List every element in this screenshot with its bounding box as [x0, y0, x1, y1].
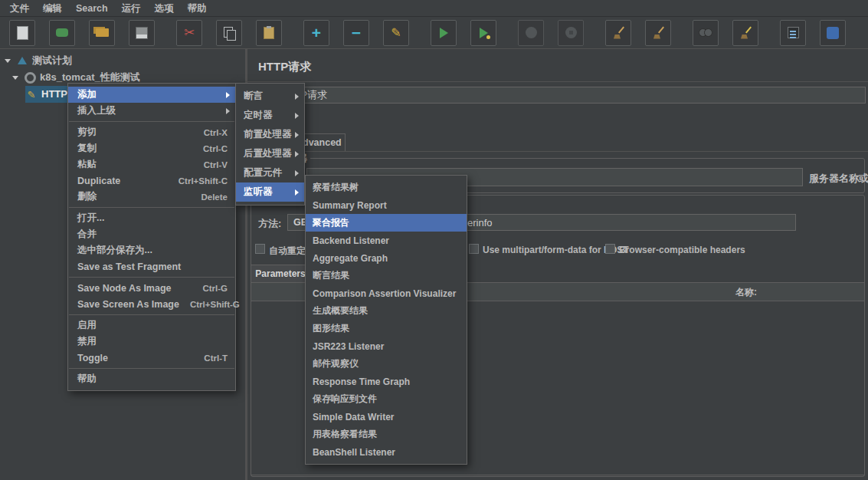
search-button[interactable]	[693, 20, 719, 46]
listener-submenu-item[interactable]: Aggregate Graph	[306, 249, 467, 267]
new-plan-button[interactable]	[9, 20, 35, 46]
question-icon: ?	[821, 21, 845, 45]
context-menu-item[interactable]: Save Screen As Image Ctrl+Shift-G	[68, 296, 235, 312]
play-skip-icon	[471, 21, 496, 45]
listener-submenu-item[interactable]: Summary Report	[306, 196, 467, 214]
context-menu-item[interactable]: 剪切 Ctrl-X	[68, 124, 235, 140]
context-menu-item[interactable]: 复制 Ctrl-C	[68, 140, 235, 156]
start-button[interactable]	[431, 20, 457, 46]
remove-button[interactable]: −	[343, 20, 369, 46]
collapse-arrow-icon[interactable]	[12, 76, 18, 80]
add-submenu-item[interactable]: 定时器	[236, 106, 304, 125]
function-helper-button[interactable]	[780, 20, 806, 46]
menubar-item[interactable]: 编辑	[36, 0, 69, 17]
clear-button[interactable]	[605, 20, 631, 46]
listener-submenu-item[interactable]: JSR223 Listener	[306, 337, 467, 355]
menubar-item[interactable]: Search	[69, 0, 115, 17]
list-icon	[781, 21, 805, 45]
listener-submenu-item[interactable]: Comparison Assertion Visualizer	[306, 284, 467, 302]
listener-submenu-item[interactable]: BeanShell Listener	[306, 443, 467, 461]
tab-parameters[interactable]: Parameters	[251, 265, 310, 282]
add-submenu-item[interactable]: 监听器	[236, 182, 304, 202]
context-menu-item[interactable]: 删除 Delete	[68, 189, 235, 205]
context-menu-item[interactable]: 粘贴 Ctrl-V	[68, 156, 235, 173]
cut-button[interactable]: ✂	[176, 20, 202, 46]
context-menu-item[interactable]: 插入上级	[68, 103, 235, 119]
menubar-item[interactable]: 选项	[148, 0, 181, 17]
listener-submenu-item[interactable]: 用表格察看结果	[306, 426, 467, 443]
context-menu-item[interactable]: 帮助	[68, 371, 235, 387]
path-value: erinfo	[467, 217, 493, 228]
save-button[interactable]	[129, 20, 155, 46]
plus-icon: +	[304, 21, 329, 45]
add-submenu-item[interactable]: 断言	[236, 87, 304, 106]
multipart-checkbox[interactable]	[469, 244, 479, 254]
edit-button[interactable]: ✎	[383, 20, 409, 46]
minus-icon: −	[344, 21, 368, 45]
column-header-name: 名称:	[708, 286, 784, 299]
menu-separator	[69, 121, 234, 122]
binoculars-icon	[693, 21, 718, 45]
context-menu-item[interactable]: Save as Test Fragment	[68, 258, 235, 275]
clipboard-icon	[257, 21, 281, 45]
context-menu-item[interactable]: Duplicate Ctrl+Shift-C	[68, 173, 235, 189]
paste-button[interactable]	[256, 20, 282, 46]
title-separator	[247, 81, 868, 82]
templates-button[interactable]	[49, 20, 75, 46]
context-menu-item[interactable]: Toggle Ctrl-T	[68, 350, 235, 366]
search-reset-button[interactable]	[732, 20, 758, 46]
submenu-arrow-icon	[295, 113, 299, 119]
editor-title: HTTP请求	[258, 60, 311, 74]
http-request-icon: ✎	[25, 88, 38, 100]
context-menu-item[interactable]: 添加	[68, 87, 235, 103]
browser-headers-label: Browser-compatible headers	[619, 245, 745, 255]
listener-submenu-item[interactable]: 图形结果	[306, 320, 467, 337]
add-submenu-item[interactable]: 前置处理器	[236, 125, 304, 144]
context-menu-item[interactable]: 合并	[68, 226, 235, 242]
method-label: 方法:	[258, 217, 281, 231]
stop-circle-icon	[519, 21, 543, 45]
stop-button[interactable]	[518, 20, 544, 46]
pencil-icon: ✎	[384, 21, 408, 45]
test-plan-icon	[16, 54, 28, 67]
context-menu-item[interactable]: 选中部分保存为...	[68, 242, 235, 258]
menubar-item[interactable]: 帮助	[181, 0, 214, 17]
help-button[interactable]: ?	[820, 20, 846, 46]
menubar-item[interactable]: 运行	[115, 0, 148, 17]
collapse-arrow-icon[interactable]	[5, 59, 11, 63]
add-submenu-item[interactable]: 配置元件	[236, 163, 304, 182]
tree-item-test-plan[interactable]: 测试计划	[0, 52, 245, 69]
document-icon	[10, 21, 34, 45]
listener-submenu: 察看结果树 Summary Report 聚合报告 Backend Listen…	[305, 175, 467, 465]
listener-submenu-item[interactable]: 断言结果	[306, 267, 467, 284]
redirect-automatically-checkbox[interactable]	[255, 244, 265, 254]
folder-icon	[90, 21, 114, 45]
listener-submenu-item[interactable]: 察看结果树	[306, 179, 467, 196]
listener-submenu-item[interactable]: 生成概要结果	[306, 302, 467, 320]
toolbar: ✂ + − ✎	[0, 17, 868, 49]
shutdown-button[interactable]	[558, 20, 584, 46]
browser-headers-checkbox[interactable]	[605, 244, 615, 254]
scissors-icon: ✂	[177, 21, 201, 45]
context-menu-item[interactable]: 启用	[68, 317, 235, 334]
listener-submenu-item[interactable]: 保存响应到文件	[306, 390, 467, 408]
broom-icon	[606, 21, 631, 45]
copy-button[interactable]	[216, 20, 242, 46]
context-menu-item[interactable]: 打开...	[68, 210, 235, 226]
add-submenu-item[interactable]: 后置处理器	[236, 144, 304, 163]
context-menu-item[interactable]: 禁用	[68, 334, 235, 350]
listener-submenu-item[interactable]: 邮件观察仪	[306, 355, 467, 373]
context-menu-item[interactable]: Save Node As Image Ctrl-G	[68, 280, 235, 296]
listener-submenu-item[interactable]: Response Time Graph	[306, 373, 467, 390]
menubar-item[interactable]: 文件	[3, 0, 36, 17]
listener-submenu-item[interactable]: 聚合报告	[306, 214, 467, 232]
clear-all-button[interactable]	[645, 20, 671, 46]
open-button[interactable]	[89, 20, 115, 46]
name-input[interactable]: HTTP请求	[276, 87, 866, 104]
menubar: 文件编辑Search运行选项帮助	[0, 0, 868, 17]
listener-submenu-item[interactable]: Simple Data Writer	[306, 408, 467, 426]
listener-submenu-item[interactable]: Backend Listener	[306, 232, 467, 249]
submenu-arrow-icon	[226, 108, 230, 114]
start-no-pauses-button[interactable]	[470, 20, 496, 46]
add-button[interactable]: +	[303, 20, 329, 46]
